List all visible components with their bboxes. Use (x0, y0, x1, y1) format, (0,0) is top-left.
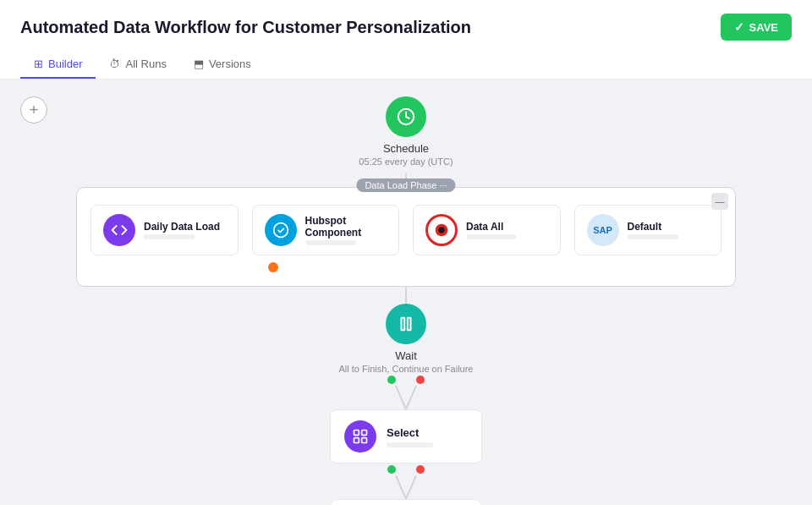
data-all-sub (466, 234, 517, 239)
save-label: SAVE (749, 21, 778, 34)
svg-rect-7 (354, 431, 359, 436)
fork-dots-2 (387, 465, 425, 474)
svg-point-2 (438, 227, 444, 233)
fork-dots (387, 376, 425, 384)
default-card[interactable]: SAP Default (574, 205, 722, 255)
fork-connector-2 (381, 465, 431, 499)
select-icon (344, 420, 376, 453)
check-icon: ✓ (734, 20, 744, 34)
tabs-bar: ⊞ Builder ⏱ All Runs ⬒ Versions (20, 51, 792, 79)
fork-dot-green-2 (387, 465, 396, 474)
phase-box: Data Load Phase ··· — Daily Data Load (76, 187, 736, 287)
svg-line-5 (396, 386, 406, 409)
schedule-icon (386, 96, 426, 137)
default-text: Default (628, 221, 710, 239)
fork-connector (381, 376, 431, 409)
wait-sublabel: All to Finish, Continue on Failure (339, 364, 474, 374)
tab-all-runs[interactable]: ⏱ All Runs (96, 51, 179, 79)
schedule-label: Schedule (383, 142, 429, 155)
save-button[interactable]: ✓ SAVE (721, 14, 792, 41)
versions-icon: ⬒ (194, 58, 204, 70)
data-cleanup-node[interactable]: Data Cleanup (330, 499, 482, 505)
phase-label: Data Load Phase ··· (356, 178, 455, 192)
tab-builder-label: Builder (48, 58, 82, 70)
hubspot-component-text: Hubspot Component (305, 215, 387, 245)
data-all-icon (425, 214, 458, 246)
hubspot-component-sub (305, 240, 356, 245)
schedule-sublabel: 05:25 every day (UTC) (359, 156, 453, 167)
select-node[interactable]: Select (330, 409, 482, 464)
builder-icon: ⊞ (34, 58, 43, 70)
header: Automated Data Workflow for Customer Per… (0, 0, 812, 80)
tab-versions[interactable]: ⬒ Versions (180, 51, 265, 79)
svg-line-12 (406, 475, 416, 499)
fork-dot-red (416, 376, 425, 384)
wait-icon (386, 304, 426, 344)
svg-rect-3 (402, 318, 405, 331)
fork-svg-2 (381, 475, 431, 499)
wait-node[interactable]: Wait All to Finish, Continue on Failure (339, 304, 474, 374)
data-all-name: Data All (466, 221, 548, 233)
phase-close-button[interactable]: — (711, 193, 728, 210)
fork-svg (381, 386, 431, 409)
select-sub (387, 442, 433, 447)
data-all-card[interactable]: Data All (413, 205, 561, 255)
hubspot-icon (265, 214, 297, 246)
fork-dot-red-2 (416, 465, 425, 474)
hubspot-component-name: Hubspot Component (305, 215, 387, 239)
svg-rect-9 (354, 438, 359, 443)
hubspot-component-card[interactable]: Hubspot Component (252, 205, 400, 255)
runs-icon: ⏱ (109, 58, 120, 70)
connector-2 (405, 287, 407, 304)
tab-builder[interactable]: ⊞ Builder (20, 51, 96, 79)
select-name: Select (387, 426, 433, 439)
daily-data-load-text: Daily Data Load (144, 221, 226, 239)
schedule-node[interactable]: Schedule 05:25 every day (UTC) (359, 96, 453, 167)
tab-versions-label: Versions (209, 58, 251, 70)
svg-rect-10 (362, 438, 367, 443)
select-text: Select (387, 426, 433, 447)
daily-data-load-card[interactable]: Daily Data Load (91, 205, 239, 255)
svg-line-6 (406, 386, 416, 409)
svg-rect-4 (408, 318, 411, 331)
default-sub (628, 234, 678, 239)
workflow-content: Schedule 05:25 every day (UTC) Data Load… (0, 96, 812, 505)
phase-connector-dot (91, 262, 721, 272)
daily-data-load-name: Daily Data Load (144, 221, 226, 233)
data-all-text: Data All (466, 221, 548, 239)
orange-dot (268, 262, 278, 272)
header-top: Automated Data Workflow for Customer Per… (20, 14, 792, 41)
svg-line-11 (396, 475, 406, 499)
wait-label: Wait (395, 349, 417, 362)
tab-all-runs-label: All Runs (125, 58, 166, 70)
main-container: Automated Data Workflow for Customer Per… (0, 0, 812, 505)
daily-data-load-icon (103, 214, 135, 246)
fork-dot-green (387, 376, 396, 384)
page-title: Automated Data Workflow for Customer Per… (20, 18, 471, 37)
default-name: Default (628, 221, 710, 233)
svg-rect-8 (362, 431, 367, 436)
workflow-canvas: + Schedule 05:25 every day (UTC) Data Lo… (0, 80, 812, 505)
sap-icon: SAP (587, 214, 619, 246)
daily-data-load-sub (144, 234, 195, 239)
phase-nodes: Daily Data Load Hubsp (91, 198, 721, 255)
